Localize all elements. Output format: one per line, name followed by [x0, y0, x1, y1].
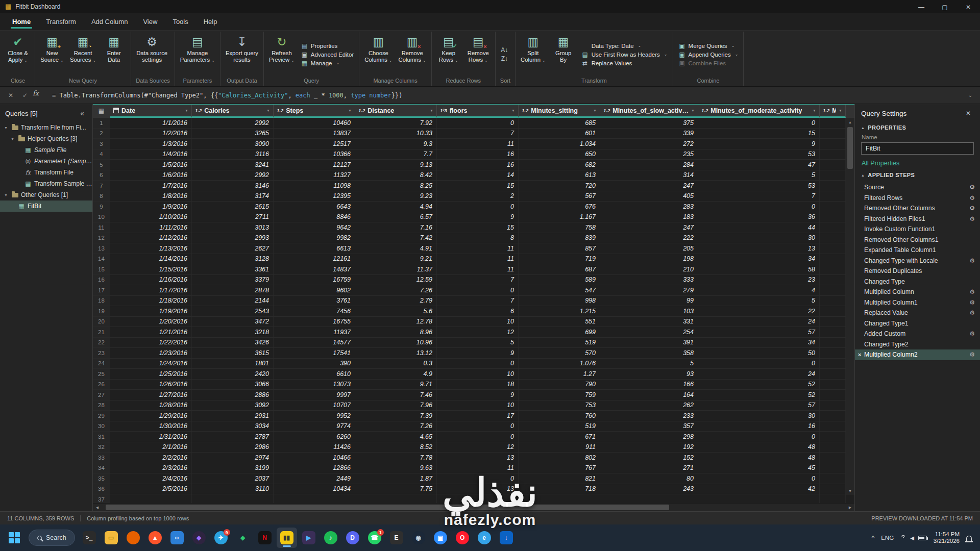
cell[interactable]: 375	[600, 118, 698, 128]
cell[interactable]: 11	[437, 243, 519, 254]
cell[interactable]: 1/23/2016	[110, 348, 192, 358]
data-source-settings-button[interactable]: ⚙Data source settings	[134, 33, 170, 76]
cell[interactable]: 547	[519, 285, 600, 295]
column-header-minutes-sitting[interactable]: 1.2Minutes_sitting▼	[519, 105, 600, 118]
cell[interactable]: 1/2/2016	[110, 129, 192, 139]
notification-bell-icon[interactable]	[966, 536, 972, 541]
cell[interactable]: 1/9/2016	[110, 202, 192, 212]
cell[interactable]	[355, 494, 437, 503]
cell[interactable]	[820, 285, 846, 295]
cell[interactable]: 10707	[274, 400, 355, 411]
cell[interactable]: 298	[600, 432, 698, 442]
applied-steps-section-header[interactable]: ▲ APPLIED STEPS	[855, 169, 980, 180]
cell[interactable]: 1/21/2016	[110, 327, 192, 337]
scroll-right-icon[interactable]: ▶	[846, 504, 854, 512]
cell[interactable]	[274, 494, 355, 503]
query-item-helper-queries-3[interactable]: ▾Helper Queries [3]	[0, 133, 92, 144]
cell[interactable]: 9	[437, 212, 519, 222]
cell[interactable]: 8.25	[355, 181, 437, 191]
row-number[interactable]: 2	[93, 129, 110, 139]
cell[interactable]: 2037	[192, 473, 274, 484]
row-number[interactable]: 9	[93, 202, 110, 212]
query-item-sample-file[interactable]: ▦Sample File	[0, 144, 92, 156]
taskbar-firefox[interactable]	[123, 528, 143, 548]
filter-dropdown-icon[interactable]: ▼	[511, 109, 516, 112]
cell[interactable]: 1/13/2016	[110, 243, 192, 254]
cell[interactable]: 1/28/2016	[110, 400, 192, 411]
row-number[interactable]: 18	[93, 296, 110, 306]
cell[interactable]: 6610	[274, 369, 355, 379]
cell[interactable]: 36	[698, 212, 820, 222]
row-number[interactable]: 3	[93, 139, 110, 149]
query-item-fitbit[interactable]: ▦FitBit	[0, 201, 92, 212]
row-number[interactable]: 10	[93, 212, 110, 222]
vertical-scrollbar[interactable]: ▲ ▼	[846, 118, 854, 495]
cell[interactable]	[820, 202, 846, 212]
cell[interactable]: 48	[698, 453, 820, 463]
cell[interactable]: 1/31/2016	[110, 432, 192, 442]
row-number[interactable]: 6	[93, 170, 110, 181]
scroll-up-icon[interactable]: ▲	[846, 118, 854, 126]
cell[interactable]: 9.13	[355, 160, 437, 170]
cell[interactable]: 14577	[274, 338, 355, 348]
filter-dropdown-icon[interactable]: ▼	[593, 109, 598, 112]
cell[interactable]	[820, 432, 846, 442]
cell[interactable]: 3116	[192, 149, 274, 160]
maximize-button[interactable]: ▢	[933, 0, 957, 13]
column-header-floors[interactable]: 1²3floors▼	[437, 105, 519, 118]
row-number[interactable]: 25	[93, 369, 110, 379]
cell[interactable]: 16759	[274, 275, 355, 285]
cell[interactable]: 3146	[192, 181, 274, 191]
cell[interactable]	[820, 118, 846, 128]
cell[interactable]: 2615	[192, 202, 274, 212]
cell[interactable]: 6613	[274, 243, 355, 254]
replace-values-button[interactable]: ⇄Replace Values	[579, 60, 670, 67]
cell[interactable]: 10.96	[355, 338, 437, 348]
cell[interactable]: 13	[437, 484, 519, 494]
manage-button[interactable]: ▦Manage⌄	[298, 60, 356, 67]
cell[interactable]: 0	[698, 118, 820, 128]
cell[interactable]: 9.23	[355, 191, 437, 202]
cell[interactable]: 519	[519, 421, 600, 432]
cell[interactable]	[600, 494, 698, 503]
cell[interactable]	[820, 463, 846, 473]
row-number[interactable]: 12	[93, 233, 110, 243]
cell[interactable]: 183	[600, 212, 698, 222]
cell[interactable]: 2/4/2016	[110, 473, 192, 484]
cell[interactable]: 12395	[274, 191, 355, 202]
cell[interactable]: 519	[519, 338, 600, 348]
cell[interactable]: 45	[698, 463, 820, 473]
cell[interactable]: 12127	[274, 160, 355, 170]
cell[interactable]: 1/6/2016	[110, 170, 192, 181]
row-number[interactable]: 37	[93, 494, 110, 503]
row-number[interactable]: 36	[93, 484, 110, 494]
cell[interactable]: 80	[600, 473, 698, 484]
column-header-minutes[interactable]: 1.2Minutes_▼	[820, 105, 846, 118]
cell[interactable]: 24	[698, 317, 820, 327]
tray-status-icons[interactable]: ◀	[900, 535, 927, 541]
cell[interactable]: 12.59	[355, 275, 437, 285]
cell[interactable]: 57	[698, 327, 820, 337]
cell[interactable]	[820, 160, 846, 170]
cell[interactable]: 391	[600, 338, 698, 348]
cell[interactable]: 650	[519, 149, 600, 160]
cell[interactable]: 2992	[192, 118, 274, 128]
cell[interactable]: 18	[437, 380, 519, 390]
cell[interactable]: 12	[437, 442, 519, 453]
query-name-input[interactable]	[861, 142, 974, 155]
cell[interactable]: 1/12/2016	[110, 233, 192, 243]
cell[interactable]	[820, 484, 846, 494]
cell[interactable]: 314	[600, 170, 698, 181]
cell[interactable]: 567	[519, 191, 600, 202]
cell[interactable]: 3110	[192, 484, 274, 494]
step-settings-gear-icon[interactable]: ⚙	[969, 184, 975, 191]
cell[interactable]: 2144	[192, 296, 274, 306]
tab-tools[interactable]: Tools	[165, 14, 195, 30]
cell[interactable]: 718	[519, 484, 600, 494]
cell[interactable]: 9.71	[355, 380, 437, 390]
tab-home[interactable]: Home	[5, 14, 38, 30]
cell[interactable]: 12866	[274, 463, 355, 473]
cell[interactable]: 11	[437, 139, 519, 149]
cell[interactable]: 3092	[192, 400, 274, 411]
cell[interactable]	[698, 494, 820, 503]
